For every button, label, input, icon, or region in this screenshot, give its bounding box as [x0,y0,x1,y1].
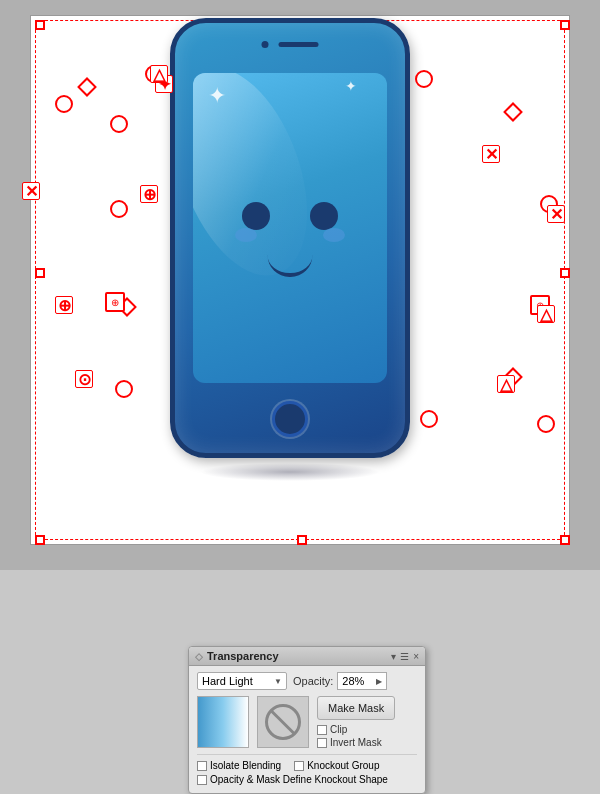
eye-right [310,202,338,230]
no-mask-icon [265,704,301,740]
rotate-handle-2[interactable] [110,115,128,133]
invert-mask-row: Invert Mask [317,737,395,748]
layer-thumbnail[interactable] [197,696,249,748]
opacity-mask-label: Opacity & Mask Define Knockout Shape [210,774,388,785]
cross-handle-8[interactable]: △ [150,65,168,83]
cross-handle-3[interactable]: ✕ [547,205,565,223]
panel-body: Hard Light ▼ Opacity: 28% ▶ Make Mask [189,666,425,793]
clip-checkbox[interactable] [317,725,327,735]
opacity-row: Opacity: 28% ▶ [293,672,387,690]
corner-handle-br[interactable] [560,535,570,545]
phone-top [262,41,319,48]
invert-mask-checkbox[interactable] [317,738,327,748]
speaker [279,42,319,47]
rotate-handle-1[interactable] [55,95,73,113]
make-mask-button[interactable]: Make Mask [317,696,395,720]
phone-illustration: ✦ ✦ [155,18,425,518]
phone-face [230,192,350,282]
panel-title-text: Transparency [207,650,279,662]
phone-shadow [200,463,380,481]
cross-handle-10[interactable]: △ [497,375,515,393]
camera-dot [262,41,269,48]
blend-mode-dropdown[interactable]: Hard Light ▼ [197,672,287,690]
panel-titlebar: ◇ Transparency ▾ ☰ × [189,647,425,666]
cross-handle-9[interactable]: ✕ [482,145,500,163]
blend-mode-value: Hard Light [202,675,253,687]
corner-handle-mr[interactable] [560,268,570,278]
sparkle-icon-2: ✦ [345,78,357,94]
home-button [272,401,308,437]
arrow-handle-1[interactable]: ⊕ [105,292,125,312]
opacity-label: Opacity: [293,675,333,687]
rotate-handle-4[interactable] [115,380,133,398]
diamond-icon: ◇ [195,651,203,662]
panel-title: ◇ Transparency [195,650,279,662]
cross-handle-7[interactable]: ⊕ [140,185,158,203]
cross-handle-1[interactable]: ✕ [22,182,40,200]
close-button[interactable]: × [413,651,419,662]
opacity-value: 28% [342,675,364,687]
corner-handle-tr[interactable] [560,20,570,30]
sparkle-icon-1: ✦ [208,83,226,109]
cheek-right [323,228,345,242]
knockout-group-label: Knockout Group [307,760,379,771]
clip-row: Clip [317,724,395,735]
opacity-mask-row: Opacity & Mask Define Knockout Shape [197,771,417,785]
cross-handle-2[interactable]: ⊕ [55,296,73,314]
rotate-handle-8[interactable] [415,70,433,88]
mask-thumbnail[interactable] [257,696,309,748]
dropdown-arrow-icon: ▼ [274,677,282,686]
rotate-handle-3[interactable] [110,200,128,218]
bottom-options: Isolate Blending Knockout Group Opacity … [197,754,417,785]
corner-handle-ml[interactable] [35,268,45,278]
opacity-stepper-icon: ▶ [376,677,382,686]
knockout-group-checkbox[interactable] [294,761,304,771]
isolate-blending-checkbox[interactable] [197,761,207,771]
cross-handle-6[interactable]: ⊙ [75,370,93,388]
opacity-mask-checkbox[interactable] [197,775,207,785]
eye-left [242,202,270,230]
phone-body: ✦ ✦ [170,18,410,458]
corner-handle-bm[interactable] [297,535,307,545]
cheek-left [235,228,257,242]
cross-handle-4[interactable]: △ [537,305,555,323]
rotate-handle-9[interactable] [420,410,438,428]
transparency-panel: ◇ Transparency ▾ ☰ × Hard Light ▼ Opacit… [188,646,426,794]
isolate-blending-label: Isolate Blending [210,760,281,771]
smile [268,255,313,277]
corner-handle-bl[interactable] [35,535,45,545]
clip-label: Clip [330,724,347,735]
canvas-area: ✦ ✦ ✕ ⊕ ⊕ ✕ ⊕ △ [0,0,600,570]
rotate-handle-6[interactable] [537,415,555,433]
collapse-button[interactable]: ▾ [391,651,396,662]
mask-options: Clip Invert Mask [317,724,395,748]
invert-mask-label: Invert Mask [330,737,382,748]
panel-controls: ▾ ☰ × [391,651,419,662]
blend-opacity-row: Hard Light ▼ Opacity: 28% ▶ [197,672,417,690]
opacity-input[interactable]: 28% ▶ [337,672,387,690]
thumbnail-row: Make Mask Clip Invert Mask [197,696,417,748]
isolate-blending-row: Isolate Blending Knockout Group [197,760,417,771]
corner-handle-tl[interactable] [35,20,45,30]
thumbnail-gradient [198,697,248,747]
phone-screen: ✦ ✦ [193,73,387,383]
panel-menu-button[interactable]: ☰ [400,651,409,662]
